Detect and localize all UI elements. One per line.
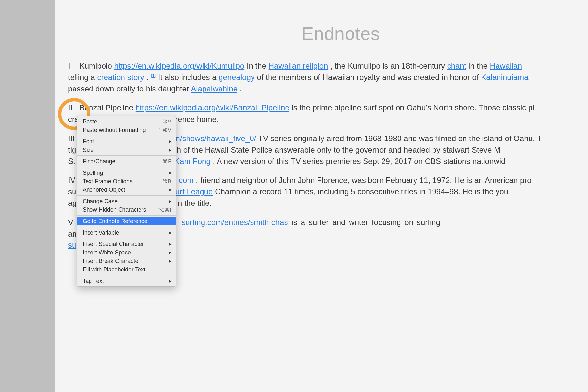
submenu-arrow-icon: ▶ bbox=[169, 279, 172, 283]
submenu-arrow-icon: ▶ bbox=[169, 148, 172, 152]
menu-insert-special-character[interactable]: Insert Special Character ▶ bbox=[77, 240, 176, 248]
endnote-1: I Kumipolo https://en.wikipedia.org/wiki… bbox=[68, 60, 588, 94]
submenu-arrow-icon: ▶ bbox=[169, 199, 172, 204]
link-alapaiwahine[interactable]: Alapaiwahine bbox=[191, 84, 237, 93]
endnote-lead: Banzai Pipeline bbox=[79, 103, 133, 112]
menu-paste-without-formatting[interactable]: Paste without Formatting ⇧⌘V bbox=[77, 126, 176, 134]
menu-tag-text[interactable]: Tag Text ▶ bbox=[77, 277, 176, 285]
menu-change-case[interactable]: Change Case ▶ bbox=[77, 197, 176, 205]
endnote-lead: Kumipolo bbox=[79, 61, 112, 70]
menu-insert-white-space[interactable]: Insert White Space ▶ bbox=[77, 248, 176, 257]
link-creation-story[interactable]: creation story bbox=[97, 73, 144, 82]
endnote-number: I bbox=[68, 60, 77, 72]
menu-text-frame-options[interactable]: Text Frame Options... ⌘B bbox=[77, 177, 176, 186]
link-hawaiian-religion[interactable]: Hawaiian religion bbox=[269, 61, 328, 70]
menu-spelling[interactable]: Spelling ▶ bbox=[77, 169, 176, 177]
menu-separator bbox=[77, 215, 176, 216]
menu-anchored-object[interactable]: Anchored Object ▶ bbox=[77, 186, 176, 194]
submenu-arrow-icon: ▶ bbox=[169, 188, 172, 192]
link-chant[interactable]: chant bbox=[447, 61, 466, 70]
link-genealogy[interactable]: genealogy bbox=[219, 73, 255, 82]
page-title: Endnotes bbox=[0, 23, 588, 44]
endnote-url-link[interactable]: surfing.com/entries/smith-chas bbox=[182, 218, 288, 227]
menu-go-to-endnote-reference[interactable]: Go to Endnote Reference bbox=[77, 217, 176, 225]
endnote-url-link[interactable]: https://en.wikipedia.org/wiki/Banzai_Pip… bbox=[136, 103, 289, 112]
submenu-arrow-icon: ▶ bbox=[169, 242, 172, 246]
context-menu: Paste ⌘V Paste without Formatting ⇧⌘V Fo… bbox=[77, 116, 176, 287]
submenu-arrow-icon: ▶ bbox=[169, 250, 172, 255]
menu-separator bbox=[77, 136, 176, 136]
submenu-arrow-icon: ▶ bbox=[169, 139, 172, 144]
link-kalaninuiama[interactable]: Kalaninuiama bbox=[481, 73, 528, 82]
menu-size[interactable]: Size ▶ bbox=[77, 146, 176, 154]
menu-separator bbox=[77, 227, 176, 227]
menu-insert-break-character[interactable]: Insert Break Character ▶ bbox=[77, 257, 176, 265]
menu-fill-placeholder-text[interactable]: Fill with Placeholder Text bbox=[77, 265, 176, 274]
menu-separator bbox=[77, 275, 176, 275]
link-com[interactable]: com bbox=[179, 176, 193, 185]
menu-separator bbox=[77, 167, 176, 167]
menu-find-change[interactable]: Find/Change... ⌘F bbox=[77, 157, 176, 166]
link-kam-fong[interactable]: Kam Fong bbox=[174, 157, 211, 166]
menu-separator bbox=[77, 195, 176, 196]
endnote-url-link[interactable]: https://en.wikipedia.org/wiki/Kumulipo bbox=[114, 61, 244, 70]
endnote-number: V bbox=[68, 217, 77, 228]
menu-show-hidden-characters[interactable]: Show Hidden Characters ⌥⌘I bbox=[77, 205, 176, 214]
menu-separator bbox=[77, 238, 176, 238]
link-surf-league[interactable]: urf League bbox=[175, 187, 213, 196]
endnote-number: II bbox=[68, 102, 77, 114]
menu-paste[interactable]: Paste ⌘V bbox=[77, 117, 176, 126]
submenu-arrow-icon: ▶ bbox=[169, 259, 172, 263]
menu-separator bbox=[77, 155, 176, 156]
menu-insert-variable[interactable]: Insert Variable ▶ bbox=[77, 228, 176, 237]
endnote-number: III bbox=[68, 133, 77, 144]
submenu-arrow-icon: ▶ bbox=[169, 230, 172, 235]
menu-font[interactable]: Font ▶ bbox=[77, 137, 176, 146]
footnote-ref-1[interactable]: [1] bbox=[151, 73, 156, 78]
submenu-arrow-icon: ▶ bbox=[169, 171, 172, 175]
endnote-number: IV bbox=[68, 175, 77, 186]
link-hawaiian[interactable]: Hawaiian bbox=[490, 61, 522, 70]
link-su[interactable]: su bbox=[68, 240, 76, 249]
